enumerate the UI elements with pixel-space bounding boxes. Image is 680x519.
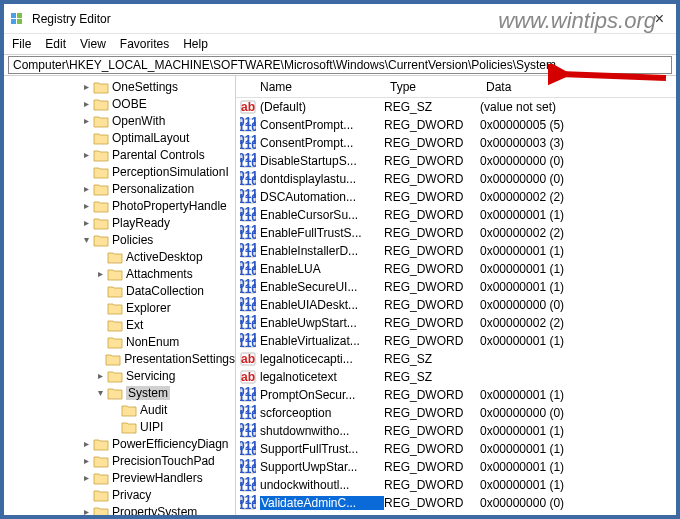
- list-row[interactable]: 011110EnableInstallerD...REG_DWORD0x0000…: [236, 242, 676, 260]
- chevron-down-icon[interactable]: ▾: [80, 234, 92, 245]
- tree-item[interactable]: ▸Servicing: [4, 367, 235, 384]
- list-row[interactable]: 011110dontdisplaylastu...REG_DWORD0x0000…: [236, 170, 676, 188]
- column-headers[interactable]: Name Type Data: [236, 76, 676, 98]
- list-row[interactable]: 011110ConsentPrompt...REG_DWORD0x0000000…: [236, 116, 676, 134]
- list-row[interactable]: 011110scforceoptionREG_DWORD0x00000000 (…: [236, 404, 676, 422]
- tree-item[interactable]: PerceptionSimulationI: [4, 163, 235, 180]
- tree-item-label: UIPI: [140, 420, 163, 434]
- list-row[interactable]: 011110EnableFullTrustS...REG_DWORD0x0000…: [236, 224, 676, 242]
- menu-file[interactable]: File: [12, 37, 31, 51]
- chevron-right-icon[interactable]: ▸: [80, 217, 92, 228]
- tree-item[interactable]: ▸PowerEfficiencyDiagn: [4, 435, 235, 452]
- chevron-right-icon[interactable]: ▸: [80, 506, 92, 515]
- chevron-right-icon[interactable]: ▸: [94, 268, 106, 279]
- chevron-right-icon[interactable]: ▸: [80, 472, 92, 483]
- tree-item[interactable]: ▸OOBE: [4, 95, 235, 112]
- tree-pane[interactable]: ▸OneSettings▸OOBE▸OpenWithOptimalLayout▸…: [4, 76, 236, 515]
- tree-item[interactable]: PresentationSettings: [4, 350, 235, 367]
- values-list[interactable]: ab(Default)REG_SZ(value not set)011110Co…: [236, 98, 676, 512]
- tree-item-label: Audit: [140, 403, 167, 417]
- tree-item-label: Privacy: [112, 488, 151, 502]
- svg-text:ab: ab: [241, 100, 255, 114]
- list-row[interactable]: 011110EnableCursorSu...REG_DWORD0x000000…: [236, 206, 676, 224]
- list-row[interactable]: ablegalnoticecapti...REG_SZ: [236, 350, 676, 368]
- list-row[interactable]: 011110ValidateAdminC...REG_DWORD0x000000…: [236, 494, 676, 512]
- value-type: REG_DWORD: [384, 136, 480, 150]
- tree-item[interactable]: OptimalLayout: [4, 129, 235, 146]
- folder-icon: [107, 267, 123, 281]
- tree-item[interactable]: ▸OpenWith: [4, 112, 235, 129]
- menu-view[interactable]: View: [80, 37, 106, 51]
- column-name[interactable]: Name: [236, 80, 384, 94]
- list-row[interactable]: 011110SupportUwpStar...REG_DWORD0x000000…: [236, 458, 676, 476]
- tree-item[interactable]: Audit: [4, 401, 235, 418]
- tree-item[interactable]: Privacy: [4, 486, 235, 503]
- column-type[interactable]: Type: [384, 80, 480, 94]
- tree-item[interactable]: ActiveDesktop: [4, 248, 235, 265]
- tree-item[interactable]: ▸Parental Controls: [4, 146, 235, 163]
- tree-item[interactable]: ▾Policies: [4, 231, 235, 248]
- tree-item[interactable]: ▸PropertySystem: [4, 503, 235, 515]
- folder-icon: [107, 369, 123, 383]
- address-input[interactable]: [8, 56, 672, 74]
- list-row[interactable]: 011110EnableVirtualizat...REG_DWORD0x000…: [236, 332, 676, 350]
- list-row[interactable]: 011110EnableLUAREG_DWORD0x00000001 (1): [236, 260, 676, 278]
- tree-item[interactable]: ▸Attachments: [4, 265, 235, 282]
- tree-item[interactable]: UIPI: [4, 418, 235, 435]
- chevron-right-icon[interactable]: ▸: [80, 149, 92, 160]
- value-data: 0x00000001 (1): [480, 388, 676, 402]
- tree-item[interactable]: ▸OneSettings: [4, 78, 235, 95]
- value-name: EnableInstallerD...: [260, 244, 384, 258]
- value-data: 0x00000001 (1): [480, 478, 676, 492]
- tree-item-label: DataCollection: [126, 284, 204, 298]
- tree-item[interactable]: ▸PrecisionTouchPad: [4, 452, 235, 469]
- chevron-right-icon[interactable]: ▸: [80, 81, 92, 92]
- chevron-down-icon[interactable]: ▾: [94, 387, 106, 398]
- value-data: 0x00000002 (2): [480, 316, 676, 330]
- list-row[interactable]: 011110DisableStartupS...REG_DWORD0x00000…: [236, 152, 676, 170]
- chevron-right-icon[interactable]: ▸: [80, 115, 92, 126]
- value-data: 0x00000002 (2): [480, 190, 676, 204]
- chevron-right-icon[interactable]: ▸: [80, 455, 92, 466]
- list-row[interactable]: 011110shutdownwitho...REG_DWORD0x0000000…: [236, 422, 676, 440]
- list-row[interactable]: 011110SupportFullTrust...REG_DWORD0x0000…: [236, 440, 676, 458]
- chevron-right-icon[interactable]: ▸: [80, 98, 92, 109]
- list-row[interactable]: 011110undockwithoutl...REG_DWORD0x000000…: [236, 476, 676, 494]
- tree-item[interactable]: ▾System: [4, 384, 235, 401]
- menu-help[interactable]: Help: [183, 37, 208, 51]
- tree-item[interactable]: NonEnum: [4, 333, 235, 350]
- svg-rect-0: [11, 13, 16, 18]
- chevron-right-icon[interactable]: ▸: [80, 200, 92, 211]
- svg-text:110: 110: [240, 444, 256, 457]
- value-type: REG_DWORD: [384, 154, 480, 168]
- value-type: REG_DWORD: [384, 442, 480, 456]
- tree-item[interactable]: ▸PreviewHandlers: [4, 469, 235, 486]
- menu-favorites[interactable]: Favorites: [120, 37, 169, 51]
- list-row[interactable]: 011110DSCAutomation...REG_DWORD0x0000000…: [236, 188, 676, 206]
- title-bar[interactable]: Registry Editor ×: [4, 4, 676, 34]
- tree-item[interactable]: ▸Personalization: [4, 180, 235, 197]
- chevron-right-icon[interactable]: ▸: [80, 438, 92, 449]
- svg-text:110: 110: [240, 480, 256, 493]
- tree-item[interactable]: ▸PlayReady: [4, 214, 235, 231]
- value-type: REG_DWORD: [384, 424, 480, 438]
- menu-edit[interactable]: Edit: [45, 37, 66, 51]
- tree-item[interactable]: Ext: [4, 316, 235, 333]
- list-row[interactable]: 011110EnableUIADeskt...REG_DWORD0x000000…: [236, 296, 676, 314]
- chevron-right-icon[interactable]: ▸: [94, 370, 106, 381]
- list-row[interactable]: 011110EnableSecureUI...REG_DWORD0x000000…: [236, 278, 676, 296]
- close-icon[interactable]: ×: [649, 10, 670, 28]
- value-data: 0x00000001 (1): [480, 442, 676, 456]
- chevron-right-icon[interactable]: ▸: [80, 183, 92, 194]
- list-row[interactable]: 011110PromptOnSecur...REG_DWORD0x0000000…: [236, 386, 676, 404]
- tree-item[interactable]: Explorer: [4, 299, 235, 316]
- list-row[interactable]: 011110ConsentPrompt...REG_DWORD0x0000000…: [236, 134, 676, 152]
- list-row[interactable]: ablegalnoticetextREG_SZ: [236, 368, 676, 386]
- tree-item[interactable]: DataCollection: [4, 282, 235, 299]
- column-data[interactable]: Data: [480, 80, 676, 94]
- list-row[interactable]: ab(Default)REG_SZ(value not set): [236, 98, 676, 116]
- list-row[interactable]: 011110EnableUwpStart...REG_DWORD0x000000…: [236, 314, 676, 332]
- svg-rect-3: [17, 19, 22, 24]
- value-type: REG_DWORD: [384, 316, 480, 330]
- tree-item[interactable]: ▸PhotoPropertyHandle: [4, 197, 235, 214]
